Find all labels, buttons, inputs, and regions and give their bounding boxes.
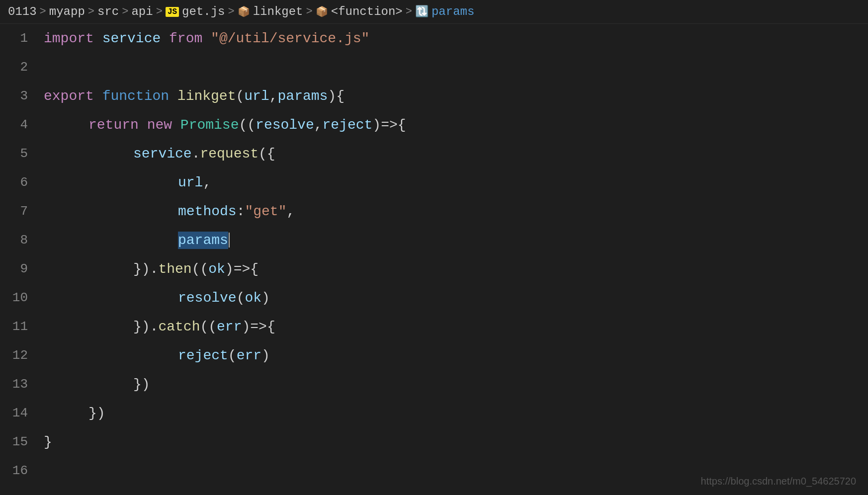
breadcrumb-item-function: <function> bbox=[331, 5, 403, 18]
code-line-5: 5 service.request({ bbox=[0, 139, 868, 168]
line-content-8: params bbox=[40, 233, 868, 248]
code-line-3: 3 export function linkget(url,params){ bbox=[0, 82, 868, 110]
line-content-7: methods:"get", bbox=[40, 204, 868, 219]
code-line-15: 15 } bbox=[0, 427, 868, 456]
line-number-7: 7 bbox=[0, 204, 40, 219]
text-cursor bbox=[229, 233, 230, 248]
line-content-13: }) bbox=[40, 377, 868, 392]
line-content-3: export function linkget(url,params){ bbox=[40, 88, 868, 104]
code-line-12: 12 reject(err) bbox=[0, 341, 868, 370]
breadcrumb-item-api: api bbox=[131, 5, 153, 18]
line-number-1: 1 bbox=[0, 31, 40, 46]
code-line-2: 2 bbox=[0, 53, 868, 82]
box-icon-1: 📦 bbox=[238, 5, 250, 18]
breadcrumb-sep2: > bbox=[88, 5, 94, 18]
breadcrumb: 0113 > myapp > src > api > JS get.js > 📦… bbox=[0, 0, 868, 24]
line-number-8: 8 bbox=[0, 233, 40, 248]
code-line-9: 9 }).then((ok)=>{ bbox=[0, 254, 868, 283]
line-content-11: }).catch((err)=>{ bbox=[40, 319, 868, 334]
js-icon: JS bbox=[166, 7, 179, 17]
line-number-2: 2 bbox=[0, 60, 40, 75]
line-content-4: return new Promise((resolve,reject)=>{ bbox=[40, 117, 868, 133]
line-content-12: reject(err) bbox=[40, 348, 868, 363]
breadcrumb-sep3: > bbox=[122, 5, 128, 18]
line-number-9: 9 bbox=[0, 261, 40, 276]
breadcrumb-sep7: > bbox=[406, 5, 412, 18]
line-number-4: 4 bbox=[0, 117, 40, 132]
code-line-4: 4 return new Promise((resolve,reject)=>{ bbox=[0, 110, 868, 139]
breadcrumb-item-0113: 0113 bbox=[8, 5, 37, 18]
breadcrumb-sep6: > bbox=[306, 5, 313, 18]
line-number-3: 3 bbox=[0, 88, 40, 103]
code-line-10: 10 resolve(ok) bbox=[0, 283, 868, 312]
watermark: https://blog.csdn.net/m0_54625720 bbox=[701, 476, 856, 487]
code-line-8: 8 params bbox=[0, 226, 868, 254]
param-icon: 🔃 bbox=[415, 5, 429, 18]
breadcrumb-item-src: src bbox=[97, 5, 119, 18]
code-line-1: 1 import service from "@/util/service.js… bbox=[0, 24, 868, 53]
breadcrumb-sep4: > bbox=[156, 5, 163, 18]
line-number-6: 6 bbox=[0, 175, 40, 190]
line-content-5: service.request({ bbox=[40, 146, 868, 162]
line-content-1: import service from "@/util/service.js" bbox=[40, 31, 868, 46]
line-number-10: 10 bbox=[0, 290, 40, 305]
breadcrumb-item-linkget: linkget bbox=[253, 5, 303, 18]
line-number-11: 11 bbox=[0, 319, 40, 334]
line-content-15: } bbox=[40, 434, 868, 450]
breadcrumb-sep: > bbox=[40, 5, 46, 18]
line-content-6: url, bbox=[40, 175, 868, 190]
line-number-16: 16 bbox=[0, 463, 40, 478]
line-number-5: 5 bbox=[0, 146, 40, 161]
box-icon-2: 📦 bbox=[316, 5, 328, 18]
code-line-11: 11 }).catch((err)=>{ bbox=[0, 312, 868, 341]
code-line-14: 14 }) bbox=[0, 399, 868, 427]
line-number-14: 14 bbox=[0, 406, 40, 420]
breadcrumb-item-getjs: get.js bbox=[182, 5, 225, 18]
breadcrumb-item-params: params bbox=[432, 5, 474, 18]
breadcrumb-sep5: > bbox=[228, 5, 235, 18]
code-editor[interactable]: 1 import service from "@/util/service.js… bbox=[0, 24, 868, 485]
code-line-7: 7 methods:"get", bbox=[0, 197, 868, 226]
code-line-13: 13 }) bbox=[0, 370, 868, 399]
breadcrumb-item-myapp: myapp bbox=[49, 5, 85, 18]
line-number-15: 15 bbox=[0, 434, 40, 449]
line-number-13: 13 bbox=[0, 377, 40, 392]
line-number-12: 12 bbox=[0, 348, 40, 363]
line-content-10: resolve(ok) bbox=[40, 290, 868, 306]
line-content-14: }) bbox=[40, 406, 868, 421]
line-content-9: }).then((ok)=>{ bbox=[40, 261, 868, 277]
code-line-6: 6 url, bbox=[0, 168, 868, 197]
